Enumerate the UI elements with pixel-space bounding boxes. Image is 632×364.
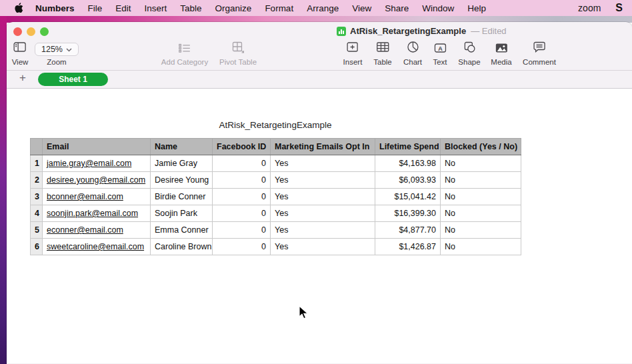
row-number[interactable]: 3: [31, 189, 43, 205]
cell-opt_in[interactable]: Yes: [271, 205, 375, 222]
document-title: AtRisk_RetargetingExample: [350, 26, 466, 36]
cell-blocked[interactable]: No: [441, 239, 521, 255]
column-header[interactable]: Marketing Emails Opt In: [271, 139, 375, 155]
row-number[interactable]: 6: [31, 239, 43, 255]
view-panel-icon: [13, 41, 27, 56]
cell-opt_in[interactable]: Yes: [271, 155, 375, 172]
cell-email[interactable]: desiree.young@email.com: [43, 172, 151, 189]
desktop-wallpaper-left: [0, 16, 7, 364]
media-icon: [495, 43, 508, 56]
cell-lifetime_spend[interactable]: $15,041.42: [375, 189, 441, 205]
cell-name[interactable]: Birdie Conner: [151, 189, 213, 205]
zoom-window-button[interactable]: [40, 27, 49, 36]
table-button[interactable]: Table: [373, 41, 392, 66]
cell-name[interactable]: Jamie Gray: [151, 155, 213, 172]
menu-item-help[interactable]: Help: [461, 3, 493, 13]
row-number[interactable]: 1: [31, 155, 43, 172]
corner-cell[interactable]: [31, 139, 43, 155]
cell-lifetime_spend[interactable]: $4,163.98: [375, 155, 441, 172]
column-header[interactable]: Email: [43, 139, 151, 155]
cell-opt_in[interactable]: Yes: [271, 239, 375, 255]
cell-lifetime_spend[interactable]: $4,877.70: [375, 222, 441, 239]
cell-opt_in[interactable]: Yes: [271, 172, 375, 189]
cell-name[interactable]: Desiree Young: [151, 172, 213, 189]
cell-email[interactable]: jamie.gray@email.com: [43, 155, 151, 172]
table-title[interactable]: AtRisk_RetargetingExample: [30, 120, 521, 130]
cell-opt_in[interactable]: Yes: [271, 222, 375, 239]
cell-blocked[interactable]: No: [441, 222, 521, 239]
media-button[interactable]: Media: [491, 41, 511, 66]
cell-name[interactable]: Caroline Brown: [151, 239, 213, 255]
menu-item-window[interactable]: Window: [415, 3, 461, 13]
tab-sheet-1[interactable]: Sheet 1: [38, 73, 108, 86]
row-number[interactable]: 4: [31, 205, 43, 222]
table-icon: [376, 41, 389, 56]
cell-email[interactable]: bconner@email.com: [43, 189, 151, 205]
cell-facebook_id[interactable]: 0: [213, 155, 271, 172]
menu-item-insert[interactable]: Insert: [138, 3, 174, 13]
minimize-button[interactable]: [27, 27, 35, 36]
menu-item-format[interactable]: Format: [258, 3, 300, 13]
cell-blocked[interactable]: No: [441, 205, 521, 222]
menu-item-numbers[interactable]: Numbers: [26, 3, 81, 13]
insert-button[interactable]: Insert: [343, 41, 363, 66]
comment-button[interactable]: Comment: [523, 41, 556, 66]
pivot-table-button[interactable]: Pivot Table: [219, 41, 257, 66]
sheet-tab-bar: + Sheet 1: [7, 71, 632, 89]
cell-lifetime_spend[interactable]: $6,093.93: [375, 172, 441, 189]
add-category-button[interactable]: Add Category: [161, 41, 208, 66]
column-header[interactable]: Blocked (Yes / No): [441, 139, 521, 155]
cell-email[interactable]: soonjin.park@email.com: [43, 205, 151, 222]
add-sheet-button[interactable]: +: [15, 71, 31, 85]
cell-blocked[interactable]: No: [441, 155, 521, 172]
menubar: NumbersFileEditInsertTableOrganizeFormat…: [0, 0, 632, 16]
cell-name[interactable]: Emma Conner: [151, 222, 213, 239]
cell-lifetime_spend[interactable]: $16,399.30: [375, 205, 441, 222]
chart-icon: [407, 41, 419, 56]
menu-item-view[interactable]: View: [345, 3, 378, 13]
cell-opt_in[interactable]: Yes: [271, 189, 375, 205]
cell-blocked[interactable]: No: [441, 189, 521, 205]
cell-facebook_id[interactable]: 0: [213, 205, 271, 222]
zoom-control[interactable]: 125% Zoom: [35, 41, 79, 66]
apple-icon[interactable]: [13, 3, 23, 13]
sheet-canvas[interactable]: AtRisk_RetargetingExample EmailNameFaceb…: [7, 89, 632, 363]
add-category-icon: [178, 43, 191, 56]
menu-item-file[interactable]: File: [81, 3, 109, 13]
menu-item-share[interactable]: Share: [378, 3, 415, 13]
data-table: EmailNameFacebook IDMarketing Emails Opt…: [30, 138, 521, 255]
numbers-doc-icon: [337, 27, 346, 36]
menu-item-table[interactable]: Table: [173, 3, 208, 13]
chart-button[interactable]: Chart: [403, 41, 422, 66]
cell-facebook_id[interactable]: 0: [213, 172, 271, 189]
window-title: AtRisk_RetargetingExample — Edited: [337, 26, 507, 36]
svg-text:A: A: [438, 45, 443, 52]
cell-facebook_id[interactable]: 0: [213, 222, 271, 239]
menu-item-organize[interactable]: Organize: [209, 3, 259, 13]
column-header[interactable]: Lifetime Spend: [375, 139, 441, 155]
cell-facebook_id[interactable]: 0: [213, 189, 271, 205]
cell-blocked[interactable]: No: [441, 172, 521, 189]
row-number[interactable]: 5: [31, 222, 43, 239]
close-button[interactable]: [13, 27, 22, 36]
view-button[interactable]: View: [12, 41, 29, 66]
column-header[interactable]: Name: [151, 139, 213, 155]
cell-name[interactable]: Soojin Park: [151, 205, 213, 222]
shape-button[interactable]: Shape: [458, 41, 480, 66]
column-header[interactable]: Facebook ID: [213, 139, 271, 155]
numbers-window: AtRisk_RetargetingExample — Edited View …: [7, 22, 632, 364]
menubar-s-icon[interactable]: S: [615, 2, 623, 14]
text-button[interactable]: A Text: [433, 41, 447, 66]
edited-badge: — Edited: [471, 26, 506, 36]
menubar-zoom-item[interactable]: zoom: [578, 3, 601, 13]
table-row: 4soonjin.park@email.comSoojin Park0Yes$1…: [31, 205, 521, 222]
menu-item-arrange[interactable]: Arrange: [300, 3, 345, 13]
cell-email[interactable]: econner@email.com: [43, 222, 151, 239]
row-number[interactable]: 2: [31, 172, 43, 189]
cell-email[interactable]: sweetcaroline@email.com: [43, 239, 151, 255]
cell-facebook_id[interactable]: 0: [213, 239, 271, 255]
menu-item-edit[interactable]: Edit: [109, 3, 137, 13]
table-header-row: EmailNameFacebook IDMarketing Emails Opt…: [31, 139, 521, 155]
cell-lifetime_spend[interactable]: $1,426.87: [375, 239, 441, 255]
zoom-dropdown[interactable]: 125%: [35, 43, 79, 56]
